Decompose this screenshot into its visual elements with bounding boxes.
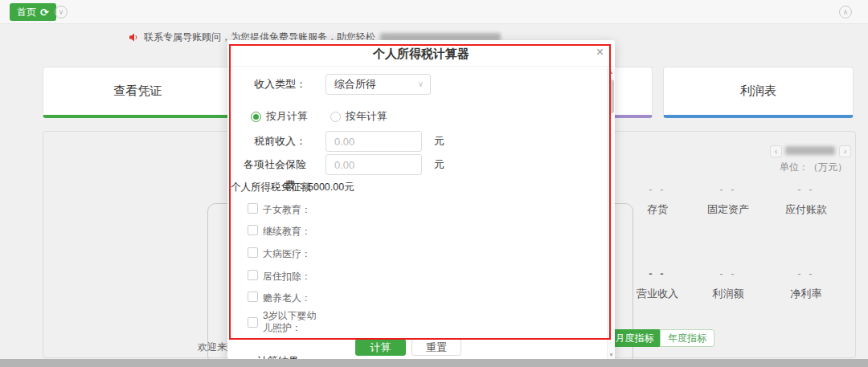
deduction-label: 大病医疗： xyxy=(263,247,311,261)
card-profit-label: 利润表 xyxy=(740,84,776,99)
metric-profit: - - 利润额 xyxy=(684,267,772,301)
modal-title: 个人所得税计算器 xyxy=(227,40,615,67)
yuan-unit: 元 xyxy=(434,154,444,175)
metric-net-margin: - - 净利率 xyxy=(762,267,850,301)
deduction-row-housing: 居住扣除： xyxy=(248,270,311,283)
refresh-icon[interactable]: ⟳ xyxy=(40,6,49,18)
metric-label: 净利率 xyxy=(762,287,850,301)
unit-label: 单位：（万元） xyxy=(780,161,847,174)
speaker-icon xyxy=(129,32,139,43)
date-next-button[interactable]: › xyxy=(839,145,851,157)
card-profit-statement[interactable]: 利润表 xyxy=(663,67,854,118)
chevron-up-icon[interactable]: ∧ xyxy=(839,6,852,18)
scroll-down-icon[interactable]: ▼ xyxy=(608,353,615,357)
radio-yearly[interactable] xyxy=(330,112,341,122)
deduction-label: 居住扣除： xyxy=(263,270,311,283)
social-insurance-input[interactable] xyxy=(326,154,422,175)
exemption-value: 5000.00元 xyxy=(308,181,354,194)
date-prev-button[interactable]: ‹ xyxy=(770,145,782,157)
card-view-voucher[interactable]: 查看凭证 xyxy=(43,67,233,118)
metric-label: 应付账款 xyxy=(762,202,850,217)
metric-value: - - xyxy=(684,267,772,279)
radio-monthly[interactable] xyxy=(251,112,261,122)
checkbox-elderly-support[interactable] xyxy=(248,292,258,302)
deduction-row-elderly-support: 赡养老人： xyxy=(248,292,311,305)
app-window: 首页 ⟳ ∨ ∧ 联系专属导账顾问，为您提供免费导账服务，助您轻松 查看凭证 利… xyxy=(0,0,868,367)
calc-period-radio-group: 按月计算 按年计算 xyxy=(251,109,387,124)
income-type-label: 收入类型： xyxy=(227,74,306,95)
chevron-down-icon[interactable]: ∨ xyxy=(55,6,68,18)
checkbox-medical[interactable] xyxy=(248,247,258,258)
checkbox-housing[interactable] xyxy=(248,270,258,280)
date-redacted-value xyxy=(785,146,835,155)
metric-label: 固定资产 xyxy=(684,202,772,217)
deduction-label: 3岁以下婴幼儿照护： xyxy=(263,310,317,334)
checkbox-child-education[interactable] xyxy=(248,203,258,214)
calculate-button[interactable]: 计算 xyxy=(355,339,406,356)
radio-monthly-label: 按月计算 xyxy=(266,109,308,124)
metric-value: - - xyxy=(684,183,772,195)
card-view-voucher-label: 查看凭证 xyxy=(114,84,162,99)
income-type-value: 综合所得 xyxy=(334,78,376,90)
deduction-row-continuing-education: 继续教育： xyxy=(248,225,311,239)
modal-scrollbar[interactable]: ▲ ▼ xyxy=(607,68,615,359)
pretax-income-label: 税前收入： xyxy=(227,131,306,152)
modal-header: 个人所得税计算器 × xyxy=(227,40,615,67)
deduction-row-infant-care: 3岁以下婴幼儿照护： xyxy=(248,310,317,334)
yuan-unit: 元 xyxy=(434,131,444,152)
deduction-row-child-education: 子女教育： xyxy=(248,203,311,217)
checkbox-continuing-education[interactable] xyxy=(248,225,258,235)
chevron-down-icon: ∨ xyxy=(418,75,424,94)
close-icon[interactable]: × xyxy=(596,46,604,59)
metric-value: - - xyxy=(762,267,850,279)
metric-label: 利润额 xyxy=(684,287,772,301)
pretax-income-input[interactable] xyxy=(326,131,422,152)
tax-calculator-modal: 个人所得税计算器 × 收入类型： 综合所得 ∨ 按月计算 按年计算 税前收入： … xyxy=(227,40,615,359)
metric-fixed-assets: - - 固定资产 xyxy=(684,183,772,217)
metric-accounts-payable: - - 应付账款 xyxy=(762,183,850,217)
deduction-row-medical: 大病医疗： xyxy=(248,247,311,261)
scroll-up-icon[interactable]: ▲ xyxy=(608,70,615,75)
deduction-label: 子女教育： xyxy=(263,203,311,217)
deduction-label: 赡养老人： xyxy=(263,292,311,305)
reset-button[interactable]: 重置 xyxy=(411,339,461,356)
income-type-select[interactable]: 综合所得 ∨ xyxy=(326,74,431,95)
tab-home[interactable]: 首页 ⟳ xyxy=(10,3,56,21)
bottom-strip xyxy=(0,359,868,367)
tab-home-label: 首页 xyxy=(17,6,36,19)
radio-yearly-label: 按年计算 xyxy=(346,109,387,124)
deduction-label: 继续教育： xyxy=(263,225,311,239)
scrollbar-thumb[interactable] xyxy=(609,80,614,113)
metric-value: - - xyxy=(762,183,850,195)
toggle-monthly-metrics[interactable]: 月度指标 xyxy=(609,329,660,347)
top-tab-bar: 首页 ⟳ ∨ ∧ xyxy=(0,0,868,24)
checkbox-infant-care[interactable] xyxy=(248,317,258,328)
toggle-yearly-metrics[interactable]: 年度指标 xyxy=(660,329,714,347)
